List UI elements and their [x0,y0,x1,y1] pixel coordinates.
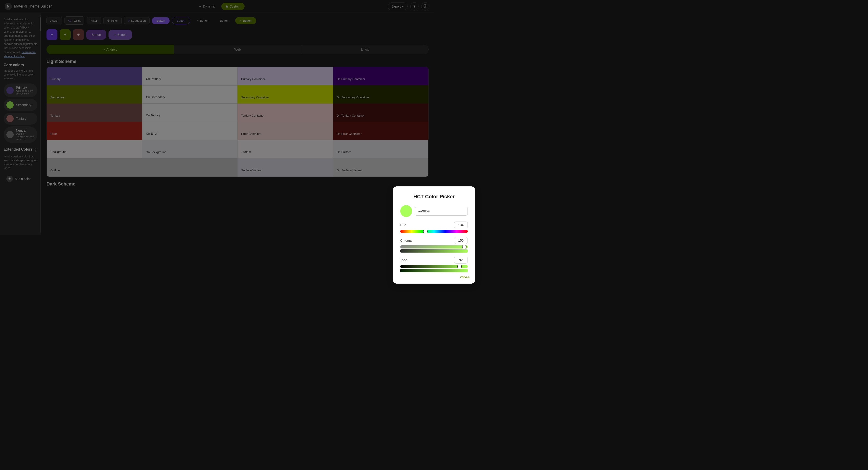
hue-label: Hue [400,223,406,227]
modal-overlay: HCT Color Picker Hue Chroma [0,0,434,235]
hue-slider-section: Hue [400,222,434,233]
hue-slider-thumb [423,230,428,233]
color-preview-circle [400,205,412,217]
modal-title: HCT Color Picker [400,194,434,200]
hue-slider-track[interactable] [400,230,434,233]
hct-color-picker-modal: HCT Color Picker Hue Chroma [393,186,434,235]
color-preview-row [400,205,434,217]
hex-input[interactable] [415,207,434,215]
